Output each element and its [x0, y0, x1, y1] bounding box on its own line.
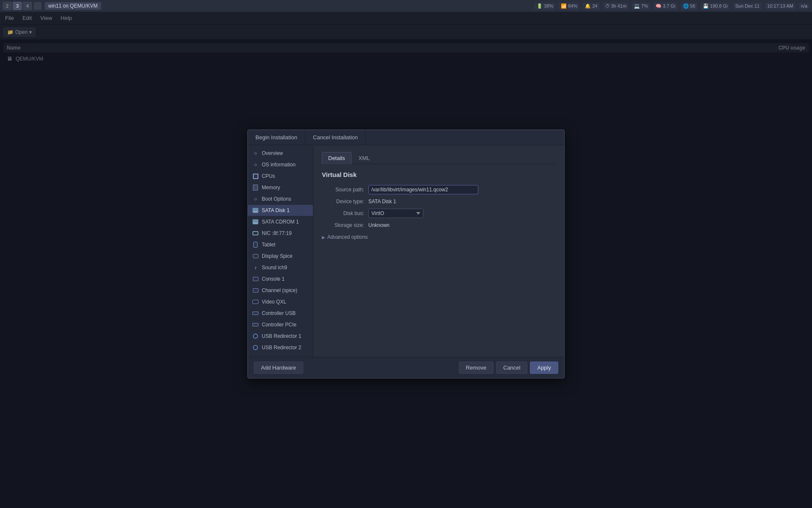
overview-icon: ○ [252, 150, 259, 157]
memory-icon [252, 184, 259, 191]
clock-icon: ⏱ [605, 3, 610, 8]
time-value: 10:17:13 AM [767, 3, 793, 8]
time-indicator: 10:17:13 AM [765, 3, 796, 9]
sidebar-item-sata-cdrom-1[interactable]: SATA CDROM 1 [248, 216, 313, 227]
sata-disk-icon [252, 207, 259, 214]
advanced-options-toggle[interactable]: ▶ Advanced options [322, 232, 556, 242]
sidebar-item-console-1[interactable]: Console 1 [248, 273, 313, 284]
uptime-value: 3h 41m [611, 3, 627, 8]
device-type-value: SATA Disk 1 [368, 199, 396, 204]
cdrom-icon [252, 218, 259, 225]
taskbar-top: 2 3 4 win11 on QEMU/KVM 🔋 38% 📶 84% 🔔 24… [0, 0, 812, 12]
sidebar-label-nic: NIC :8f:77:19 [262, 230, 292, 236]
disk-bus-row: Disk bus: VirtIO SATA IDE SCSI [322, 209, 556, 218]
taskbar-system-tray: 🔋 38% 📶 84% 🔔 24 ⏱ 3h 41m 💻 7% 🧠 3.7 Gi … [535, 3, 809, 10]
cancel-installation-button[interactable]: Cancel Installation [305, 130, 366, 145]
signal-icon: 📶 [561, 3, 567, 9]
net-icon: 🌐 [683, 3, 689, 9]
virt-manager-dialog: Begin Installation Cancel Installation ○… [247, 130, 565, 378]
begin-installation-button[interactable]: Begin Installation [248, 130, 305, 145]
sidebar-item-overview[interactable]: ○ Overview [248, 148, 313, 159]
apply-button[interactable]: Apply [530, 362, 558, 374]
zone-value: n/a [801, 3, 807, 8]
sidebar-item-sata-disk-1[interactable]: SATA Disk 1 [248, 205, 313, 216]
disk-value: 190.8 Gi [710, 3, 728, 8]
workspace-3[interactable]: 3 [13, 2, 22, 10]
disk-sys-icon: 💾 [703, 3, 709, 9]
tablet-icon [252, 241, 259, 248]
tab-bar: Details XML [322, 152, 556, 164]
workspace-2[interactable]: 2 [3, 2, 12, 10]
advanced-options-label: Advanced options [327, 234, 368, 240]
storage-size-value: Unknown [368, 222, 390, 228]
sidebar-item-controller-usb[interactable]: Controller USB [248, 308, 313, 319]
net-indicator: 🌐 56 [681, 3, 697, 10]
uptime-indicator: ⏱ 3h 41m [603, 3, 629, 9]
console-icon [252, 276, 259, 282]
sidebar-label-console-1: Console 1 [262, 276, 285, 282]
zone-indicator: n/a [799, 3, 809, 9]
battery-value: 38% [544, 3, 553, 8]
sidebar-item-cpus[interactable]: CPUs [248, 171, 313, 182]
sidebar-item-controller-pcie[interactable]: Controller PCIe [248, 319, 313, 330]
device-type-label: Device type: [322, 199, 368, 204]
workspace-grid[interactable] [34, 2, 41, 10]
usb-redir-1-icon [252, 333, 259, 340]
pcie-controller-icon [252, 321, 259, 328]
os-info-icon: ○ [252, 161, 259, 168]
sidebar-label-channel-spice: Channel (spice) [262, 287, 297, 293]
device-type-row: Device type: SATA Disk 1 [322, 199, 556, 204]
dialog-header: Begin Installation Cancel Installation [248, 130, 564, 145]
sidebar-item-channel-spice[interactable]: Channel (spice) [248, 285, 313, 296]
nic-icon [252, 230, 259, 237]
section-title-virtual-disk: Virtual Disk [322, 171, 556, 178]
sidebar-item-sound-ich9[interactable]: ♪ Sound ich9 [248, 262, 313, 273]
sidebar-label-sata-cdrom-1: SATA CDROM 1 [262, 219, 299, 225]
sound-icon: ♪ [252, 264, 259, 271]
date-indicator: Sun Dec 11 [733, 3, 761, 9]
sidebar-item-boot-options[interactable]: ○ Boot Options [248, 193, 313, 204]
source-path-input[interactable] [368, 185, 478, 194]
remove-button[interactable]: Remove [459, 362, 494, 374]
footer-right: Remove Cancel Apply [459, 362, 558, 374]
ram-icon: 🧠 [656, 3, 661, 9]
dialog-footer: Add Hardware Remove Cancel Apply [248, 357, 564, 378]
video-icon [252, 298, 259, 305]
battery-indicator: 🔋 38% [535, 3, 555, 10]
workspace-4[interactable]: 4 [23, 2, 32, 10]
signal-indicator: 📶 84% [559, 3, 579, 10]
sidebar-item-usb-redir-2[interactable]: USB Redirector 2 [248, 342, 313, 353]
usb-controller-icon [252, 310, 259, 317]
cpus-icon [252, 173, 259, 179]
usb-redir-2-icon [252, 344, 259, 351]
source-path-row: Source path: [322, 185, 556, 194]
battery-icon: 🔋 [537, 3, 543, 9]
dialog-main-panel: Details XML Virtual Disk Source path: De… [313, 145, 564, 357]
sidebar-item-usb-redir-1[interactable]: USB Redirector 1 [248, 331, 313, 342]
net-value: 56 [690, 3, 695, 8]
ram-indicator: 🧠 3.7 Gi [653, 3, 677, 10]
sidebar-label-controller-usb: Controller USB [262, 310, 296, 316]
sidebar-label-tablet: Tablet [262, 242, 275, 248]
cpu-value: 7% [641, 3, 648, 8]
sidebar-item-tablet[interactable]: Tablet [248, 239, 313, 250]
ram-value: 3.7 Gi [663, 3, 675, 8]
sidebar-item-display-spice[interactable]: Display Spice [248, 251, 313, 262]
sidebar-item-nic[interactable]: NIC :8f:77:19 [248, 228, 313, 239]
footer-left: Add Hardware [254, 362, 303, 374]
bell-icon: 🔔 [585, 3, 591, 9]
app-title: win11 on QEMU/KVM [48, 3, 98, 9]
cancel-button[interactable]: Cancel [496, 362, 527, 374]
dialog-sidebar: ○ Overview ○ OS information CPUs Memory … [248, 145, 313, 357]
disk-indicator: 💾 190.8 Gi [701, 3, 730, 10]
disk-bus-select[interactable]: VirtIO SATA IDE SCSI [368, 209, 423, 218]
sidebar-item-memory[interactable]: Memory [248, 182, 313, 193]
add-hardware-button[interactable]: Add Hardware [254, 362, 303, 374]
workspace-switcher[interactable]: 2 3 4 [3, 2, 41, 10]
tab-details[interactable]: Details [322, 152, 351, 164]
taskbar-app-virt-manager[interactable]: win11 on QEMU/KVM [45, 2, 101, 10]
cpu-sys-icon: 💻 [634, 3, 640, 9]
tab-xml[interactable]: XML [352, 152, 376, 164]
sidebar-item-os-info[interactable]: ○ OS information [248, 159, 313, 170]
sidebar-item-video-qxl[interactable]: Video QXL [248, 296, 313, 307]
